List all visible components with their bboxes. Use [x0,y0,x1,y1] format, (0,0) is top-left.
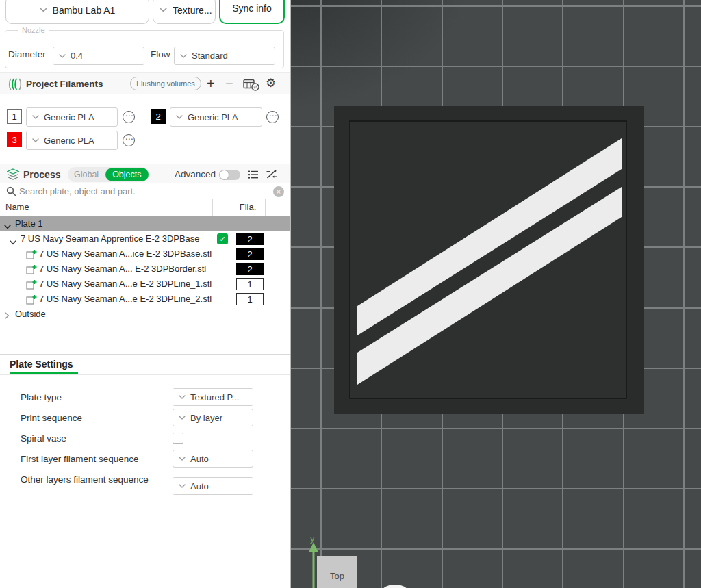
search-icon [6,186,16,199]
advanced-toggle-knob [220,170,229,179]
filament-assignment-badge[interactable]: 2 [236,248,264,260]
flow-label: Flow [151,49,170,60]
tree-row-part[interactable]: 7 US Navy Seaman A... E-2 3DPBorder.stl … [0,261,290,277]
chevron-down-icon [160,8,167,12]
object-table-header: Name Fila. [0,199,290,216]
filament-assignment-badge[interactable]: 2 [236,233,264,245]
chevron-down-icon [32,115,39,119]
nozzle-group: Nozzle Diameter 0.4 Flow Standard [5,26,284,68]
part-row-label: 7 US Navy Seaman A...e E-2 3DPLine_2.stl [39,294,212,304]
layers-icon [7,168,19,183]
tree-row-part[interactable]: 7 US Navy Seaman A...e E-2 3DPLine_1.stl… [0,277,290,292]
view-cube-top[interactable]: Top [317,556,357,588]
other-layers-sequence-select[interactable]: Auto [173,477,253,495]
divider [0,374,290,375]
gizmo-sphere [379,585,411,588]
tab-global[interactable]: Global [68,170,105,179]
first-layer-sequence-select[interactable]: Auto [173,450,253,468]
column-divider [265,199,266,216]
filament-2-select[interactable]: Generic PLA [170,107,262,127]
chevron-down-icon [179,395,186,399]
tree-row-object[interactable]: 7 US Navy Seaman Apprentice E-2 3DPBase … [0,231,290,246]
flow-select[interactable]: Standard [174,47,275,65]
filament-3-more-button[interactable]: ⋯ [123,134,135,146]
bambu-studio-window: Bambu Lab A1 Texture... Sync info Nozzle… [0,0,701,588]
filament-3-index-badge: 3 [7,132,22,147]
print-sequence-value: By layer [190,413,222,423]
plate-row-label: Plate 1 [15,218,42,229]
chevron-down-icon [40,8,47,12]
tree-row-part[interactable]: 7 US Navy Seaman A...ice E-2 3DPBase.stl… [0,246,290,261]
filament-1-more-button[interactable]: ⋯ [123,111,135,123]
chevron-down-icon[interactable] [10,237,16,247]
plate-type-setting-select[interactable]: Textured P... [173,388,253,406]
plate-settings-title: Plate Settings [10,359,73,370]
filament-assignment-badge[interactable]: 2 [236,263,264,275]
diameter-select[interactable]: 0.4 [53,47,144,65]
tree-row-plate[interactable]: Plate 1 [0,216,290,231]
filament-3-name: Generic PLA [44,136,94,146]
chevron-down-icon [176,115,183,119]
diameter-label: Diameter [8,49,46,60]
process-header: Process Global Objects Advanced [0,164,290,183]
plate-type-select[interactable]: Texture... [153,0,216,24]
column-fila: Fila. [231,202,265,212]
add-part-icon [26,264,37,277]
outside-row-label: Outside [15,309,46,319]
filament-3-select[interactable]: Generic PLA [26,131,118,150]
search-clear-button[interactable]: × [273,186,284,197]
chevron-right-icon[interactable] [5,311,10,321]
add-part-icon [26,279,37,292]
chevron-down-icon[interactable] [4,221,11,231]
filament-settings-gear-icon[interactable]: ⚙ [266,77,276,90]
plate-type-label: Plate type [21,392,168,404]
process-title: Process [23,169,60,180]
filament-2-name: Generic PLA [188,112,238,123]
advanced-toggle[interactable] [219,170,240,180]
filament-2-index-badge: 2 [151,109,166,124]
chevron-down-icon [179,416,186,420]
list-view-icon[interactable] [248,170,259,182]
ams-sync-icon[interactable] [243,77,259,94]
flushing-volumes-label: Flushing volumes [136,79,195,88]
diameter-select-value: 0.4 [71,51,83,61]
spiral-vase-checkbox[interactable] [173,433,183,444]
plate-type-select-value: Texture... [173,5,212,16]
other-layers-sequence-value: Auto [190,481,209,491]
tree-row-outside[interactable]: Outside [0,307,290,322]
add-part-icon [26,294,37,307]
tab-objects[interactable]: Objects [105,168,148,181]
project-filaments-title: Project Filaments [26,79,103,89]
add-part-icon [26,249,37,261]
chevron-down-icon [32,138,39,142]
filament-1-select[interactable]: Generic PLA [26,107,118,127]
filament-assignment-badge[interactable]: 1 [236,278,264,290]
part-row-label: 7 US Navy Seaman A...ice E-2 3DPBase.stl [39,248,212,259]
print-sequence-select[interactable]: By layer [173,409,253,426]
flushing-volumes-button[interactable]: Flushing volumes [130,77,201,90]
printer-select[interactable]: Bambu Lab A1 [5,0,149,24]
add-filament-button[interactable]: + [207,77,215,90]
print-enable-checkbox[interactable]: ✓ [217,233,228,244]
chevron-down-icon [179,457,186,461]
search-input[interactable] [19,185,266,198]
filament-assignment-badge[interactable]: 1 [236,293,264,305]
part-row-label: 7 US Navy Seaman A...e E-2 3DPLine_1.stl [39,279,212,289]
filament-2-more-button[interactable]: ⋯ [266,111,279,123]
left-panel: Bambu Lab A1 Texture... Sync info Nozzle… [0,0,291,588]
flow-select-value: Standard [192,51,228,61]
viewport-3d[interactable]: y Top [291,0,701,588]
nozzle-legend: Nozzle [18,26,49,34]
sync-info-button[interactable]: Sync info [219,0,285,24]
compare-parameters-icon[interactable] [266,169,277,182]
remove-filament-button[interactable]: − [225,77,233,90]
first-layer-sequence-label: First layer filament sequence [21,453,168,465]
project-filaments-header: Project Filaments Flushing volumes + − [0,72,290,94]
tree-row-part[interactable]: 7 US Navy Seaman A...e E-2 3DPLine_2.stl… [0,292,290,307]
filament-1-index-badge: 1 [7,109,22,124]
column-name: Name [5,202,29,212]
spiral-vase-label: Spiral vase [21,433,168,445]
print-sequence-label: Print sequence [21,412,168,424]
part-row-label: 7 US Navy Seaman A... E-2 3DPBorder.stl [39,264,206,274]
chevron-down-icon [59,54,66,58]
